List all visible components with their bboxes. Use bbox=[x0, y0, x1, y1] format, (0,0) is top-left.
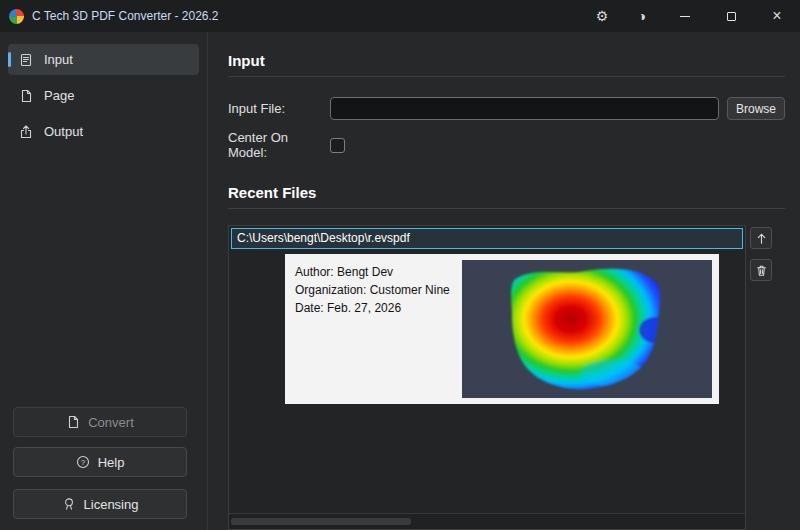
browse-button[interactable]: Browse bbox=[727, 97, 785, 120]
sidebar-item-input[interactable]: Input bbox=[8, 44, 199, 75]
main-content: Input Input File: Browse Center On Model… bbox=[209, 32, 800, 530]
maximize-button[interactable] bbox=[708, 0, 754, 32]
sidebar: Input Page Output bbox=[0, 32, 208, 530]
window-title: C Tech 3D PDF Converter - 2026.2 bbox=[32, 9, 219, 23]
list-toolbar bbox=[746, 225, 785, 530]
export-icon bbox=[19, 125, 33, 139]
browse-label: Browse bbox=[736, 102, 776, 116]
sidebar-item-label: Page bbox=[44, 88, 74, 103]
input-file-row: Input File: Browse bbox=[228, 97, 785, 120]
minimize-icon bbox=[680, 16, 690, 17]
close-icon: × bbox=[772, 8, 781, 24]
convert-button[interactable]: Convert bbox=[13, 407, 187, 437]
sidebar-item-page[interactable]: Page bbox=[8, 80, 199, 111]
license-badge-icon bbox=[62, 497, 76, 511]
recent-files-section-title: Recent Files bbox=[228, 184, 785, 201]
app-window: C Tech 3D PDF Converter - 2026.2 ⚙ ◑ × I… bbox=[0, 0, 800, 530]
input-file-label: Input File: bbox=[228, 101, 330, 116]
move-up-button[interactable] bbox=[750, 227, 772, 249]
maximize-icon bbox=[727, 12, 736, 21]
center-on-model-label: Center On Model: bbox=[228, 130, 330, 160]
app-logo-icon bbox=[9, 9, 24, 24]
gear-icon: ⚙ bbox=[596, 8, 609, 24]
licensing-label: Licensing bbox=[84, 497, 139, 512]
preview-card: Author: Bengt Dev Organization: Customer… bbox=[285, 254, 719, 404]
input-section-title: Input bbox=[228, 52, 785, 69]
titlebar: C Tech 3D PDF Converter - 2026.2 ⚙ ◑ × bbox=[0, 0, 800, 32]
trash-icon bbox=[755, 264, 768, 277]
convert-label: Convert bbox=[88, 415, 134, 430]
sidebar-item-label: Input bbox=[44, 52, 73, 67]
delete-button[interactable] bbox=[750, 259, 772, 281]
page-icon bbox=[19, 89, 33, 103]
center-on-model-checkbox[interactable] bbox=[330, 138, 345, 153]
help-button[interactable]: ? Help bbox=[13, 447, 187, 477]
help-icon: ? bbox=[76, 455, 90, 469]
help-label: Help bbox=[98, 455, 125, 470]
minimize-button[interactable] bbox=[662, 0, 708, 32]
recent-files-area: C:\Users\bengt\Desktop\r.evspdf Author: … bbox=[228, 225, 785, 530]
sidebar-item-label: Output bbox=[44, 124, 83, 139]
divider bbox=[228, 208, 785, 209]
center-on-model-row: Center On Model: bbox=[228, 130, 785, 160]
form-icon bbox=[19, 53, 33, 67]
recent-file-path: C:\Users\bengt\Desktop\r.evspdf bbox=[237, 231, 410, 245]
input-file-field[interactable] bbox=[330, 97, 719, 120]
licensing-button[interactable]: Licensing bbox=[13, 489, 187, 519]
settings-button[interactable]: ⚙ bbox=[582, 0, 622, 32]
convert-document-icon bbox=[66, 415, 80, 429]
titlebar-controls: ⚙ ◑ × bbox=[582, 0, 800, 32]
recent-file-row[interactable]: C:\Users\bengt\Desktop\r.evspdf bbox=[231, 228, 743, 249]
divider bbox=[228, 76, 785, 77]
recent-files-list[interactable]: C:\Users\bengt\Desktop\r.evspdf Author: … bbox=[228, 225, 746, 530]
horizontal-scrollbar[interactable] bbox=[229, 513, 745, 529]
model-preview-image bbox=[462, 260, 712, 398]
theme-toggle-button[interactable]: ◑ bbox=[622, 0, 662, 32]
close-button[interactable]: × bbox=[754, 0, 800, 32]
up-arrow-icon bbox=[755, 232, 768, 245]
contrast-icon: ◑ bbox=[638, 8, 646, 24]
scrollbar-thumb[interactable] bbox=[231, 518, 411, 525]
svg-text:?: ? bbox=[80, 458, 85, 467]
sidebar-item-output[interactable]: Output bbox=[8, 116, 199, 147]
